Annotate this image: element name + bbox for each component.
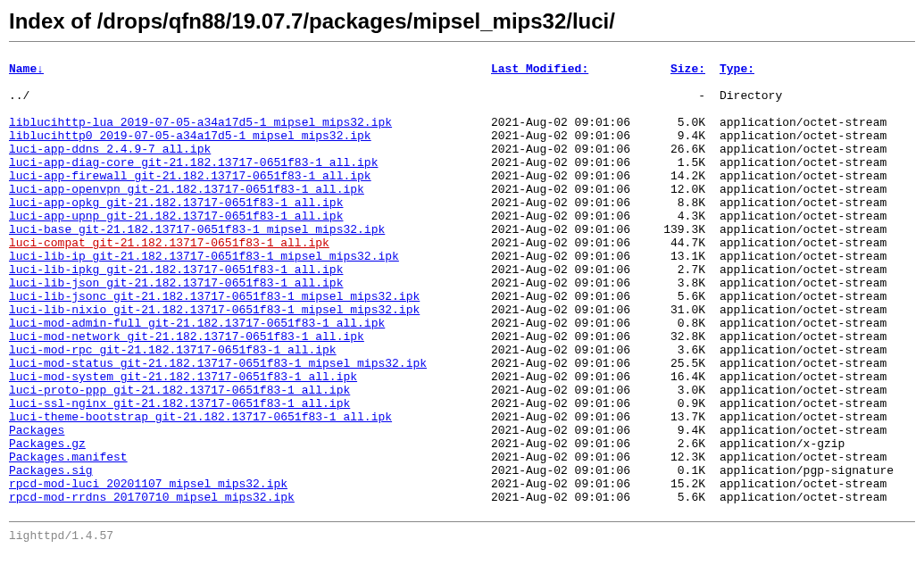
file-type: application/octet-stream [705, 170, 887, 183]
file-row: luci-compat_git-21.182.13717-0651f83-1_a… [9, 237, 915, 250]
file-link[interactable]: luci-app-opkg_git-21.182.13717-0651f83-1… [9, 196, 343, 210]
file-link[interactable]: Packages [9, 424, 64, 437]
file-date: 2021-Aug-02 09:01:06 [491, 303, 652, 317]
file-link[interactable]: luci-lib-json_git-21.182.13717-0651f83-1… [9, 277, 343, 290]
file-link[interactable]: luci-compat_git-21.182.13717-0651f83-1_a… [9, 237, 329, 250]
file-date: 2021-Aug-02 09:01:06 [491, 411, 652, 424]
file-link[interactable]: luci-theme-bootstrap_git-21.182.13717-06… [9, 411, 392, 424]
file-type: application/octet-stream [705, 491, 887, 504]
file-link[interactable]: luci-mod-rpc_git-21.182.13717-0651f83-1_… [9, 344, 337, 357]
file-link[interactable]: luci-app-ddns_2.4.9-7_all.ipk [9, 143, 211, 156]
file-row: luci-mod-rpc_git-21.182.13717-0651f83-1_… [9, 344, 915, 357]
file-date: 2021-Aug-02 09:01:06 [491, 370, 652, 384]
file-date: 2021-Aug-02 09:01:06 [491, 263, 652, 277]
file-type: application/octet-stream [705, 290, 887, 303]
directory-listing: Name↓Last Modified:Size:Type: ../-Direct… [9, 49, 915, 518]
file-size: 9.4K [652, 129, 705, 143]
file-type: application/octet-stream [705, 210, 887, 223]
file-link[interactable]: luci-app-upnp_git-21.182.13717-0651f83-1… [9, 210, 343, 223]
file-size: 1.5K [652, 156, 705, 170]
file-date: 2021-Aug-02 09:01:06 [491, 116, 652, 129]
file-type: application/pgp-signature [705, 464, 894, 478]
parent-type: Directory [705, 89, 782, 103]
file-link[interactable]: liblucihttp-lua_2019-07-05-a34a17d5-1_mi… [9, 116, 392, 129]
parent-row: ../-Directory [9, 89, 915, 103]
file-link[interactable]: luci-lib-ipkg_git-21.182.13717-0651f83-1… [9, 263, 343, 277]
file-link[interactable]: luci-ssl-nginx_git-21.182.13717-0651f83-… [9, 397, 350, 411]
file-size: 12.3K [652, 451, 705, 464]
sort-size-link[interactable]: Size: [652, 62, 705, 76]
file-date: 2021-Aug-02 09:01:06 [491, 277, 652, 290]
file-link[interactable]: luci-mod-network_git-21.182.13717-0651f8… [9, 330, 364, 344]
file-link[interactable]: Packages.manifest [9, 451, 128, 464]
file-link[interactable]: luci-mod-status_git-21.182.13717-0651f83… [9, 357, 427, 370]
file-row: luci-mod-admin-full_git-21.182.13717-065… [9, 317, 915, 330]
file-row: rpcd-mod-luci_20201107_mipsel_mips32.ipk… [9, 478, 915, 491]
file-link[interactable]: luci-lib-jsonc_git-21.182.13717-0651f83-… [9, 290, 420, 303]
listing-header: Name↓Last Modified:Size:Type: [9, 62, 915, 76]
file-link[interactable]: luci-proto-ppp_git-21.182.13717-0651f83-… [9, 384, 350, 397]
file-size: 25.5K [652, 357, 705, 370]
file-size: 5.6K [652, 491, 705, 504]
file-type: application/octet-stream [705, 451, 887, 464]
file-row: Packages.gz2021-Aug-02 09:01:062.6Kappli… [9, 437, 915, 451]
file-size: 13.7K [652, 411, 705, 424]
file-date: 2021-Aug-02 09:01:06 [491, 451, 652, 464]
file-link[interactable]: luci-base_git-21.182.13717-0651f83-1_mip… [9, 223, 385, 237]
file-date: 2021-Aug-02 09:01:06 [491, 196, 652, 210]
file-date: 2021-Aug-02 09:01:06 [491, 397, 652, 411]
file-size: 26.6K [652, 143, 705, 156]
file-size: 44.7K [652, 237, 705, 250]
file-link[interactable]: Packages.sig [9, 464, 93, 478]
file-link[interactable]: luci-app-openvpn_git-21.182.13717-0651f8… [9, 183, 364, 196]
file-row: rpcd-mod-rrdns_20170710_mipsel_mips32.ip… [9, 491, 915, 504]
file-size: 5.0K [652, 116, 705, 129]
file-link[interactable]: luci-mod-admin-full_git-21.182.13717-065… [9, 317, 385, 330]
file-size: 12.0K [652, 183, 705, 196]
file-date: 2021-Aug-02 09:01:06 [491, 183, 652, 196]
file-size: 13.1K [652, 250, 705, 263]
file-link[interactable]: luci-mod-system_git-21.182.13717-0651f83… [9, 370, 357, 384]
file-date: 2021-Aug-02 09:01:06 [491, 478, 652, 491]
file-row: luci-app-openvpn_git-21.182.13717-0651f8… [9, 183, 915, 196]
file-row: luci-base_git-21.182.13717-0651f83-1_mip… [9, 223, 915, 237]
sort-modified-link[interactable]: Last Modified: [491, 62, 652, 76]
file-link[interactable]: rpcd-mod-rrdns_20170710_mipsel_mips32.ip… [9, 491, 295, 504]
file-date: 2021-Aug-02 09:01:06 [491, 357, 652, 370]
file-date: 2021-Aug-02 09:01:06 [491, 344, 652, 357]
file-type: application/octet-stream [705, 330, 887, 344]
file-row: luci-theme-bootstrap_git-21.182.13717-06… [9, 411, 915, 424]
file-size: 0.8K [652, 317, 705, 330]
file-size: 15.2K [652, 478, 705, 491]
file-link[interactable]: luci-lib-ip_git-21.182.13717-0651f83-1_m… [9, 250, 399, 263]
file-date: 2021-Aug-02 09:01:06 [491, 156, 652, 170]
parent-dir-link[interactable]: ../ [9, 89, 29, 103]
file-date: 2021-Aug-02 09:01:06 [491, 210, 652, 223]
file-row: luci-app-firewall_git-21.182.13717-0651f… [9, 170, 915, 183]
file-type: application/octet-stream [705, 317, 887, 330]
file-size: 2.6K [652, 437, 705, 451]
divider-bottom [9, 521, 915, 522]
file-link[interactable]: luci-lib-nixio_git-21.182.13717-0651f83-… [9, 303, 420, 317]
file-date: 2021-Aug-02 09:01:06 [491, 223, 652, 237]
file-type: application/x-gzip [705, 437, 845, 451]
sort-name-link[interactable]: Name↓ [9, 62, 491, 76]
file-type: application/octet-stream [705, 237, 887, 250]
file-link[interactable]: luci-app-diag-core_git-21.182.13717-0651… [9, 156, 378, 170]
sort-type-link[interactable]: Type: [705, 62, 754, 76]
file-size: 139.3K [652, 223, 705, 237]
divider-top [9, 41, 915, 42]
file-link[interactable]: luci-app-firewall_git-21.182.13717-0651f… [9, 170, 371, 183]
file-type: application/octet-stream [705, 156, 887, 170]
file-size: 8.8K [652, 196, 705, 210]
file-row: luci-lib-json_git-21.182.13717-0651f83-1… [9, 277, 915, 290]
file-link[interactable]: Packages.gz [9, 437, 86, 451]
file-size: 14.2K [652, 170, 705, 183]
file-row: luci-mod-network_git-21.182.13717-0651f8… [9, 330, 915, 344]
file-link[interactable]: rpcd-mod-luci_20201107_mipsel_mips32.ipk [9, 478, 287, 491]
file-link[interactable]: liblucihttp0_2019-07-05-a34a17d5-1_mipse… [9, 129, 371, 143]
file-row: luci-app-opkg_git-21.182.13717-0651f83-1… [9, 196, 915, 210]
file-date: 2021-Aug-02 09:01:06 [491, 491, 652, 504]
file-date: 2021-Aug-02 09:01:06 [491, 384, 652, 397]
file-type: application/octet-stream [705, 116, 887, 129]
